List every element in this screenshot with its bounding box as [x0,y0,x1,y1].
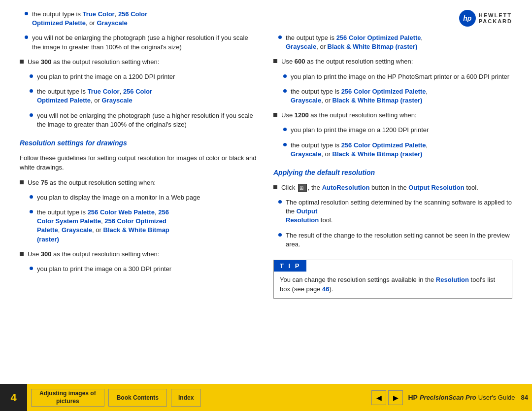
bullet-text: you will not be enlarging the photograph… [32,34,259,51]
list-item: the output type is 256 Color Optimized P… [283,87,512,105]
link-256web: 256 Color Web Palette [88,208,155,216]
link-resolution-tool: Resolution [436,276,469,283]
bullet-dot [30,267,33,270]
list-item: you plan to print the image on a 1200 DP… [30,72,259,81]
list-item: Use 600 as the output resolution setting… [273,57,512,66]
bullet-text: the output type is 256 Color Optimized P… [291,141,428,159]
list-item: you plan to display the image on a monit… [30,193,259,202]
body-text-drawings: Follow these guidelines for setting outp… [20,154,259,172]
right-column: hp HEWLETT PACKARD the output type is 25… [273,10,512,379]
hp-logo-box: hp HEWLETT PACKARD [459,10,512,27]
bullet-text: Use 1200 as the output resolution settin… [281,111,417,120]
bullet-text: The optimal resolution setting determine… [286,198,512,225]
list-item: the output type is 256 Color Optimized P… [283,141,512,159]
bullet-dot [30,195,33,199]
bullet-dot [30,74,33,78]
bullet-text: you plan to print the image on a 300 DPI… [37,265,171,274]
bullet-dot [25,35,28,39]
list-item: Click , the AutoResolution button in the… [273,183,512,192]
bullet-text: the output type is True Color, 256 Color… [37,87,152,105]
product-name: PrecisionScan Pro [420,394,476,401]
bullet-text: you plan to print the image on a 1200 DP… [37,72,175,81]
list-item: Use 300 as the output resolution setting… [20,58,259,67]
link-gray3: Grayscale [62,226,92,234]
book-contents-button[interactable]: Book Contents [108,389,167,407]
hp-logo: hp HEWLETT PACKARD [273,10,512,27]
packard-text: PACKARD [479,18,512,24]
link-page-46: 46 [322,285,329,293]
bullet-dot [283,74,287,78]
link-autoresolution: AutoResolution [322,184,370,191]
main-content: the output type is True Color, 256 Color… [0,0,532,384]
link-grayscale: Grayscale [97,19,127,27]
list-item: Use 75 as the output resolution setting … [20,178,259,187]
bullet-dot [30,210,33,213]
list-item: Use 1200 as the output resolution settin… [273,111,512,120]
footer-nav-arrows: ◀ ▶ [371,390,403,405]
link-true-color: True Color [83,10,115,18]
left-column: the output type is True Color, 256 Color… [20,10,259,379]
hp-circle-icon: hp [459,10,476,27]
hp-brand: HP [408,394,417,402]
bullet-text: the output type is True Color, 256 Color… [32,10,147,28]
next-page-button[interactable]: ▶ [388,390,403,405]
page-wrapper: the output type is True Color, 256 Color… [0,0,532,411]
bullet-text: Use 300 as the output resolution setting… [28,58,159,67]
bullet-dot [278,35,282,39]
list-item: the output type is 256 Color Web Palette… [30,208,259,244]
bullet-text: the output type is 256 Color Web Palette… [37,208,169,244]
link-256opt-r1: 256 Color Optimized Palette [336,34,421,41]
list-item: the output type is True Color, 256 Color… [25,10,259,28]
hewlett-text: HEWLETT [479,12,512,18]
list-item: The optimal resolution setting determine… [278,198,512,225]
footer-page-number: 4 [0,384,27,411]
list-item: Use 300 as the output resolution setting… [20,250,259,259]
list-item: the output type is True Color, 256 Color… [30,87,259,105]
bullet-text: Use 300 as the output resolution setting… [28,250,159,259]
section-title-default-resolution: Applying the default resolution [273,169,512,176]
page-ref: 84 [521,394,528,401]
bullet-dot [283,128,287,131]
product-suffix: User's Guide [478,394,515,401]
list-item: you will not be enlarging the photograph… [25,34,259,51]
bullet-dot [278,200,282,204]
square-bullet [273,113,277,117]
hp-text: HEWLETT PACKARD [479,12,512,24]
adjusting-images-button[interactable]: Adjusting images ofpictures [31,389,104,407]
link-bw-r2: Black & White Bitmap (raster) [332,97,423,104]
list-item: you plan to print the image on the HP Ph… [283,72,512,81]
square-bullet [20,60,24,64]
auto-resolution-icon [298,184,307,192]
bullet-dot [30,89,33,93]
bullet-dot [283,89,287,93]
link-output-resolution2: OutputResolution [286,207,319,224]
tip-content: You can change the resolution settings a… [274,272,512,298]
list-item: the output type is 256 Color Optimized P… [278,34,512,51]
square-bullet [20,252,24,256]
link-gray-r1: Grayscale [286,43,316,50]
link-gray-r3: Grayscale [291,150,321,158]
bullet-text: the output type is 256 Color Optimized P… [286,34,423,51]
link-true-color2: True Color [88,88,120,95]
bullet-dot [30,113,33,117]
list-item: The result of the change to the resoluti… [278,231,512,249]
bullet-text: you plan to print the image on the HP Ph… [291,72,509,81]
square-bullet [20,180,24,184]
list-item: you plan to print the image on a 1200 DP… [283,126,512,135]
bullet-text: the output type is 256 Color Optimized P… [291,87,428,105]
list-item: you plan to print the image on a 300 DPI… [30,265,259,274]
link-256opt-r2: 256 Color Optimized Palette [341,88,426,95]
bullet-text: you plan to display the image on a monit… [37,193,200,202]
square-bullet [273,185,277,189]
bullet-text: you will not be enlarging the photograph… [37,111,259,129]
link-output-resolution: Output Resolution [408,184,464,191]
index-button[interactable]: Index [171,389,201,407]
bullet-dot [25,12,28,15]
link-256opt-r3: 256 Color Optimized Palette [341,141,426,149]
bullet-text: Click , the AutoResolution button in the… [281,183,478,192]
bullet-text: you plan to print the image on a 1200 DP… [291,126,429,135]
link-grayscale2: Grayscale [101,97,132,104]
prev-page-button[interactable]: ◀ [371,390,386,405]
list-item: you will not be enlarging the photograph… [30,111,259,129]
footer-bar: 4 Adjusting images ofpictures Book Conte… [0,384,532,411]
